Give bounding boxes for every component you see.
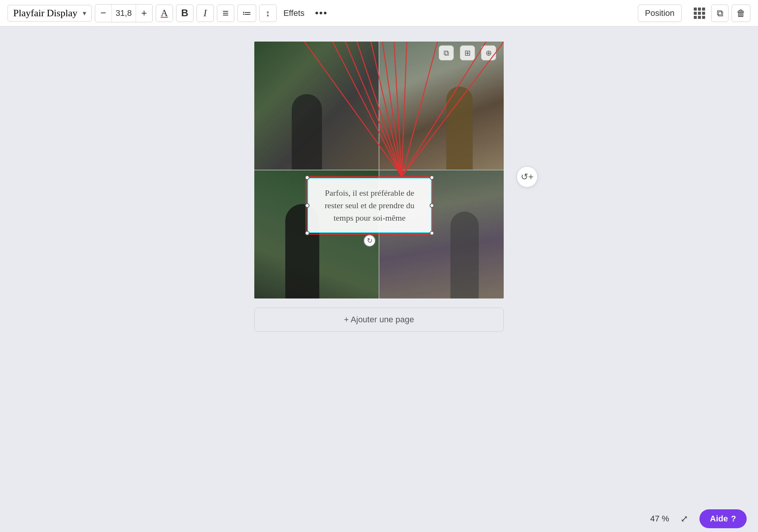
zoom-level: 47 % (650, 514, 669, 524)
toolbar: Playfair Display ▾ − 31,8 + A B I ≡ ≔ ↕ … (0, 0, 758, 26)
chevron-down-icon: ▾ (83, 9, 86, 17)
handle-bottom-left[interactable] (305, 231, 309, 235)
delete-icon: 🗑 (736, 8, 746, 19)
refresh-button[interactable]: ↺+ (517, 166, 538, 187)
plus-icon: ⊕ (486, 48, 492, 57)
effects-button[interactable]: Effets (280, 5, 308, 22)
image-grid (254, 42, 504, 298)
font-color-button[interactable]: A (156, 5, 173, 22)
image-top-left (254, 42, 379, 170)
toolbar-right-actions: ⧉ 🗑 (691, 5, 750, 22)
canvas-page: ⧉ ⊞ ⊕ (254, 42, 504, 298)
aide-question-mark: ? (731, 514, 736, 524)
handle-bottom-right[interactable] (430, 231, 434, 235)
handle-middle-left[interactable] (305, 203, 309, 208)
duplicate-icon: ⧉ (717, 8, 723, 19)
image-top-right (379, 42, 504, 170)
canvas-area: ⧉ ⊞ ⊕ (0, 26, 758, 532)
font-color-icon: A (161, 8, 168, 19)
font-family-label: Playfair Display (13, 8, 77, 19)
text-box[interactable]: Parfois, il est préférable de rester seu… (307, 178, 432, 233)
copy-icon: ⧉ (444, 49, 449, 57)
duplicate-page-icon[interactable]: ⊞ (460, 45, 475, 60)
copy-page-icon[interactable]: ⧉ (439, 45, 454, 60)
rotate-handle[interactable]: ↻ (364, 235, 376, 247)
bold-button[interactable]: B (176, 5, 193, 22)
font-family-selector[interactable]: Playfair Display ▾ (8, 5, 92, 22)
handle-top-left[interactable] (305, 175, 309, 180)
rotate-icon: ↻ (367, 237, 373, 245)
grid-align-button[interactable] (691, 5, 708, 22)
add-page-button[interactable]: + Ajouter une page (254, 308, 504, 332)
bottom-bar: 47 % ⤢ Aide ? (0, 506, 758, 532)
position-button[interactable]: Position (638, 5, 682, 22)
canvas-floating-icons: ⧉ ⊞ ⊕ (439, 45, 496, 60)
align-button[interactable]: ≡ (217, 5, 234, 22)
text-overlay-wrapper[interactable]: Parfois, il est préférable de rester seu… (307, 178, 432, 233)
more-button[interactable]: ••• (311, 5, 331, 22)
aide-label: Aide (710, 514, 728, 524)
font-size-increase-button[interactable]: + (136, 5, 152, 22)
grid-dots-icon (694, 8, 705, 19)
add-page-icon: ⊞ (464, 48, 471, 57)
expand-button[interactable]: ⤢ (677, 511, 692, 526)
add-section-icon[interactable]: ⊕ (481, 45, 496, 60)
duplicate-button[interactable]: ⧉ (711, 5, 729, 22)
list-button[interactable]: ≔ (237, 5, 256, 22)
font-size-decrease-button[interactable]: − (95, 5, 111, 22)
italic-button[interactable]: I (196, 5, 214, 22)
aide-button[interactable]: Aide ? (699, 509, 747, 528)
spacing-button[interactable]: ↕ (259, 5, 277, 22)
handle-top-right[interactable] (430, 175, 434, 180)
font-size-value[interactable]: 31,8 (111, 5, 136, 22)
handle-middle-right[interactable] (430, 203, 434, 208)
delete-button[interactable]: 🗑 (732, 5, 750, 22)
font-size-group: − 31,8 + (95, 4, 153, 22)
refresh-icon: ↺+ (521, 172, 534, 182)
text-content[interactable]: Parfois, il est préférable de rester seu… (315, 187, 424, 224)
